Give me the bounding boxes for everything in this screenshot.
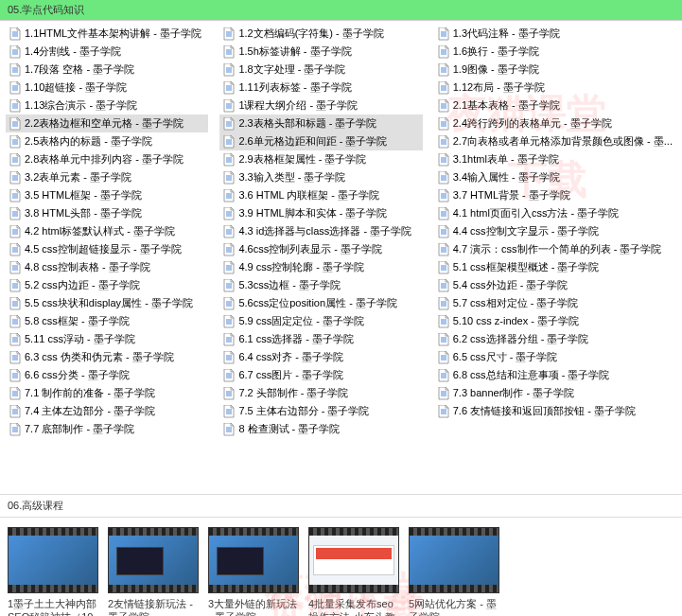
video-thumbnail[interactable] [208, 527, 299, 593]
lesson-item[interactable]: 7.6 友情链接和返回顶部按钮 - 墨子学院 [434, 402, 676, 420]
lesson-item[interactable]: 3.7 HTML背景 - 墨子学院 [434, 186, 676, 204]
document-icon [223, 99, 235, 113]
lesson-item[interactable]: 2.2表格边框和空单元格 - 墨子学院 [6, 114, 208, 132]
lesson-item[interactable]: 5.1 css框架模型概述 - 墨子学院 [434, 258, 676, 276]
lesson-item[interactable]: 5.2 css内边距 - 墨子学院 [6, 276, 208, 294]
lesson-item[interactable]: 7.3 banner制作 - 墨子学院 [434, 384, 676, 402]
lesson-item[interactable]: 2.5表格内的标题 - 墨子学院 [6, 132, 208, 150]
document-icon [438, 45, 449, 59]
lesson-item[interactable]: 5.6css定位position属性 - 墨子学院 [219, 294, 422, 312]
lesson-item[interactable]: 3.6 HTML 内联框架 - 墨子学院 [219, 186, 422, 204]
lesson-item[interactable]: 6.7 css图片 - 墨子学院 [219, 366, 422, 384]
lesson-label: 3.8 HTML头部 - 墨子学院 [25, 206, 142, 220]
lesson-item[interactable]: 5.10 css z-index - 墨子学院 [434, 312, 676, 330]
lesson-item[interactable]: 7.1 制作前的准备 - 墨子学院 [6, 384, 208, 402]
lesson-label: 2.7向表格或者单元格添加背景颜色或图像 - 墨... [453, 134, 673, 149]
document-icon [438, 297, 449, 310]
lesson-item[interactable]: 5.3css边框 - 墨子学院 [219, 276, 422, 294]
lesson-item[interactable]: 7.2 头部制作 - 墨子学院 [219, 384, 422, 402]
lesson-item[interactable]: 4.9 css控制轮廓 - 墨子学院 [219, 258, 422, 276]
lesson-item[interactable]: 5.7 css相对定位 - 墨子学院 [434, 294, 676, 312]
document-icon [9, 81, 21, 95]
lesson-item[interactable]: 7.7 底部制作 - 墨子学院 [6, 420, 208, 438]
lesson-item[interactable]: 6.3 css 伪类和伪元素 - 墨子学院 [6, 348, 208, 366]
lesson-item[interactable]: 1.11列表标签 - 墨子学院 [219, 79, 422, 97]
lesson-item[interactable]: 4.2 html标签默认样式 - 墨子学院 [6, 222, 208, 240]
lesson-item[interactable]: 1.12布局 - 墨子学院 [434, 79, 676, 97]
lesson-item[interactable]: 3.4输入属性 - 墨子学院 [434, 168, 676, 186]
lesson-item[interactable]: 5.5 css块状和display属性 - 墨子学院 [6, 294, 208, 312]
lesson-label: 5.9 css固定定位 - 墨子学院 [238, 314, 364, 328]
section-header-05: 05.学点代码知识 [0, 0, 682, 21]
lesson-item[interactable]: 2.3表格头部和标题 - 墨子学院 [219, 114, 422, 132]
lesson-item[interactable]: 4.8 css控制表格 - 墨子学院 [6, 258, 208, 276]
lesson-item[interactable]: 4.1 html页面引入css方法 - 墨子学院 [434, 204, 676, 222]
lesson-item[interactable]: 2.9表格框架属性 - 墨子学院 [219, 150, 422, 168]
lesson-item[interactable]: 8 检查测试 - 墨子学院 [219, 420, 422, 438]
lesson-label: 5.5 css块状和display属性 - 墨子学院 [25, 296, 193, 310]
lesson-label: 1.12布局 - 墨子学院 [453, 80, 545, 95]
document-icon [438, 279, 449, 292]
lesson-item[interactable]: 5.9 css固定定位 - 墨子学院 [219, 312, 422, 330]
lesson-item[interactable]: 7.5 主体右边部分 - 墨子学院 [219, 402, 422, 420]
lesson-label: 1.3代码注释 - 墨子学院 [453, 26, 560, 41]
document-icon [223, 225, 235, 238]
lesson-item[interactable]: 4.6css控制列表显示 - 墨子学院 [219, 240, 422, 258]
video-item[interactable]: 1墨子土土大神内部SEO秘籍神技（100篇文章当做一亿篇文... [8, 527, 98, 616]
lesson-item[interactable]: 1.8文字处理 - 墨子学院 [219, 61, 422, 79]
lesson-item[interactable]: 1.3代码注释 - 墨子学院 [434, 25, 676, 43]
video-thumbnail[interactable] [108, 527, 199, 593]
lesson-item[interactable]: 3.9 HTML脚本和实体 - 墨子学院 [219, 204, 422, 222]
video-item[interactable]: 5网站优化方案 - 墨子学院 [409, 527, 499, 616]
lesson-item[interactable]: 6.8 css总结和注意事项 - 墨子学院 [434, 366, 676, 384]
lesson-item[interactable]: 6.6 css分类 - 墨子学院 [6, 366, 208, 384]
lesson-item[interactable]: 2.6单元格边距和间距 - 墨子学院 [219, 132, 422, 150]
video-thumbnail[interactable] [8, 527, 98, 593]
lesson-item[interactable]: 1.7段落 空格 - 墨子学院 [6, 61, 208, 79]
document-icon [9, 135, 21, 149]
lesson-item[interactable]: 1.9图像 - 墨子学院 [434, 61, 676, 79]
video-thumbnail[interactable] [409, 527, 499, 593]
lesson-item[interactable]: 1.1HTML文件基本架构讲解 - 墨子学院 [6, 25, 208, 43]
lesson-item[interactable]: 5.4 css外边距 - 墨子学院 [434, 276, 676, 294]
document-icon [9, 243, 21, 256]
lesson-item[interactable]: 2.7向表格或者单元格添加背景颜色或图像 - 墨... [434, 132, 676, 150]
lesson-label: 4.4 css控制文字显示 - 墨子学院 [453, 224, 600, 238]
lesson-item[interactable]: 2.8表格单元中排列内容 - 墨子学院 [6, 150, 208, 168]
lesson-item[interactable]: 4.5 css控制超链接显示 - 墨子学院 [6, 240, 208, 258]
lesson-item[interactable]: 2.1基本表格 - 墨子学院 [434, 97, 676, 114]
lesson-item[interactable]: 5.8 css框架 - 墨子学院 [6, 312, 208, 330]
lesson-item[interactable]: 1.10超链接 - 墨子学院 [6, 79, 208, 97]
lesson-label: 7.2 头部制作 - 墨子学院 [238, 386, 348, 400]
video-item[interactable]: 2友情链接新玩法 - 墨子学院 [108, 527, 199, 616]
lesson-label: 5.1 css框架模型概述 - 墨子学院 [453, 260, 600, 274]
lesson-item[interactable]: 4.3 id选择器与class选择器 - 墨子学院 [219, 222, 422, 240]
lesson-item[interactable]: 3.5 HTML框架 - 墨子学院 [6, 186, 208, 204]
lesson-item[interactable]: 1.4分割线 - 墨子学院 [6, 43, 208, 61]
lesson-item[interactable]: 1课程大纲介绍 - 墨子学院 [219, 97, 422, 114]
document-icon [438, 351, 449, 364]
lesson-item[interactable]: 6.5 css尺寸 - 墨子学院 [434, 348, 676, 366]
video-thumbnail[interactable] [308, 527, 399, 593]
lesson-item[interactable]: 6.4 css对齐 - 墨子学院 [219, 348, 422, 366]
lesson-item[interactable]: 7.4 主体左边部分 - 墨子学院 [6, 402, 208, 420]
lesson-label: 8 检查测试 - 墨子学院 [238, 422, 340, 436]
video-item[interactable]: 4批量采集发布seo操作方法-火车头教程 - 墨子学院 [308, 527, 399, 616]
lesson-item[interactable]: 4.7 演示：css制作一个简单的列表 - 墨子学院 [434, 240, 676, 258]
video-item[interactable]: 3大量外链的新玩法 - 墨子学院 [208, 527, 299, 616]
lesson-item[interactable]: 4.4 css控制文字显示 - 墨子学院 [434, 222, 676, 240]
lesson-item[interactable]: 6.1 css选择器 - 墨子学院 [219, 330, 422, 348]
lesson-item[interactable]: 3.2表单元素 - 墨子学院 [6, 168, 208, 186]
lesson-item[interactable]: 1.6换行 - 墨子学院 [434, 43, 676, 61]
lesson-item[interactable]: 6.2 css选择器分组 - 墨子学院 [434, 330, 676, 348]
lesson-item[interactable]: 3.1html表单 - 墨子学院 [434, 150, 676, 168]
lesson-item[interactable]: 5.11 css浮动 - 墨子学院 [6, 330, 208, 348]
document-icon [9, 27, 21, 41]
lesson-item[interactable]: 1.2文档编码(字符集) - 墨子学院 [219, 25, 422, 43]
lesson-label: 1.5h标签讲解 - 墨子学院 [238, 44, 351, 59]
lesson-item[interactable]: 1.5h标签讲解 - 墨子学院 [219, 43, 422, 61]
lesson-item[interactable]: 1.13综合演示 - 墨子学院 [6, 97, 208, 114]
lesson-item[interactable]: 3.8 HTML头部 - 墨子学院 [6, 204, 208, 222]
lesson-item[interactable]: 3.3输入类型 - 墨子学院 [219, 168, 422, 186]
lesson-item[interactable]: 2.4跨行跨列的表格单元 - 墨子学院 [434, 114, 676, 132]
